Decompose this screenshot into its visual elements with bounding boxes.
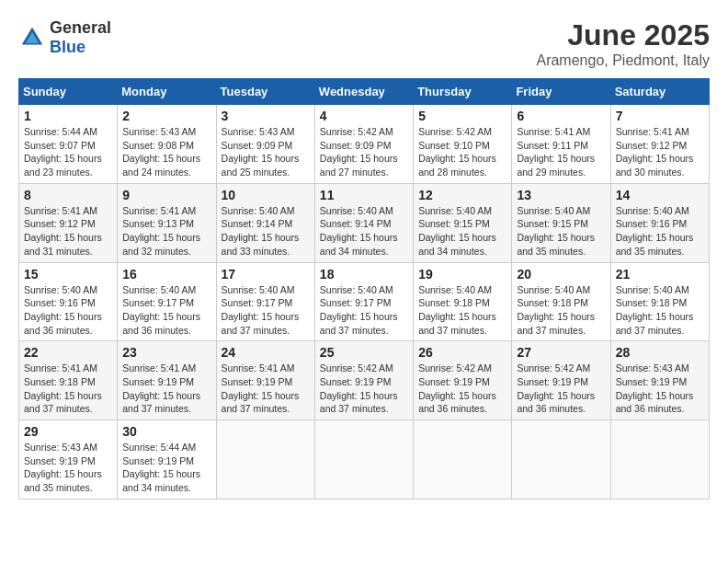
title-area: June 2025 Aramengo, Piedmont, Italy [536,18,710,69]
calendar-day-cell: 1 Sunrise: 5:44 AM Sunset: 9:07 PM Dayli… [19,105,118,184]
calendar-day-cell: 30 Sunrise: 5:44 AM Sunset: 9:19 PM Dayl… [118,420,216,500]
day-info: Sunrise: 5:40 AM Sunset: 9:14 PM Dayligh… [320,204,408,259]
month-year-title: June 2025 [536,18,710,52]
calendar-day-cell: 22 Sunrise: 5:41 AM Sunset: 9:18 PM Dayl… [19,341,118,420]
day-info: Sunrise: 5:41 AM Sunset: 9:19 PM Dayligh… [222,362,310,416]
calendar-day-cell: 2 Sunrise: 5:43 AM Sunset: 9:08 PM Dayli… [118,105,216,184]
day-info: Sunrise: 5:41 AM Sunset: 9:11 PM Dayligh… [517,125,605,179]
day-number: 16 [122,267,210,282]
day-number: 30 [122,424,210,439]
day-number: 17 [222,267,310,282]
day-number: 2 [122,109,210,123]
calendar-day-cell: 3 Sunrise: 5:43 AM Sunset: 9:09 PM Dayli… [216,105,314,184]
day-number: 8 [24,188,112,202]
calendar-week-row: 8 Sunrise: 5:41 AM Sunset: 9:12 PM Dayli… [19,183,710,262]
day-number: 11 [320,188,408,202]
calendar-day-cell: 29 Sunrise: 5:43 AM Sunset: 9:19 PM Dayl… [19,420,118,500]
weekday-header-row: SundayMondayTuesdayWednesdayThursdayFrid… [19,79,710,105]
day-info: Sunrise: 5:40 AM Sunset: 9:18 PM Dayligh… [418,283,506,338]
calendar-week-row: 22 Sunrise: 5:41 AM Sunset: 9:18 PM Dayl… [19,341,710,420]
weekday-header-cell: Sunday [19,79,118,105]
day-info: Sunrise: 5:40 AM Sunset: 9:14 PM Dayligh… [222,204,310,259]
day-info: Sunrise: 5:43 AM Sunset: 9:19 PM Dayligh… [616,362,704,416]
day-number: 3 [222,109,310,123]
calendar-day-cell: 12 Sunrise: 5:40 AM Sunset: 9:15 PM Dayl… [414,183,512,262]
logo: General Blue [18,18,111,57]
calendar-day-cell [216,420,314,500]
day-number: 23 [122,345,210,360]
calendar-day-cell: 28 Sunrise: 5:43 AM Sunset: 9:19 PM Dayl… [610,341,709,420]
day-number: 28 [616,345,704,360]
calendar-day-cell: 14 Sunrise: 5:40 AM Sunset: 9:16 PM Dayl… [610,183,709,262]
calendar-day-cell: 16 Sunrise: 5:40 AM Sunset: 9:17 PM Dayl… [118,262,216,341]
day-info: Sunrise: 5:41 AM Sunset: 9:19 PM Dayligh… [122,362,210,416]
day-number: 12 [418,188,506,202]
calendar-day-cell: 10 Sunrise: 5:40 AM Sunset: 9:14 PM Dayl… [216,183,314,262]
calendar-day-cell: 15 Sunrise: 5:40 AM Sunset: 9:16 PM Dayl… [19,262,118,341]
day-info: Sunrise: 5:40 AM Sunset: 9:15 PM Dayligh… [418,204,506,259]
day-number: 9 [122,188,210,202]
day-number: 27 [517,345,605,360]
day-number: 26 [418,345,506,360]
day-number: 4 [320,109,408,123]
calendar-day-cell: 8 Sunrise: 5:41 AM Sunset: 9:12 PM Dayli… [19,183,118,262]
day-info: Sunrise: 5:43 AM Sunset: 9:08 PM Dayligh… [122,125,210,179]
day-number: 19 [418,267,506,282]
day-number: 7 [616,109,704,123]
day-info: Sunrise: 5:41 AM Sunset: 9:13 PM Dayligh… [122,204,210,259]
calendar-day-cell: 25 Sunrise: 5:42 AM Sunset: 9:19 PM Dayl… [314,341,413,420]
calendar-day-cell: 23 Sunrise: 5:41 AM Sunset: 9:19 PM Dayl… [118,341,216,420]
weekday-header-cell: Tuesday [216,79,314,105]
day-info: Sunrise: 5:42 AM Sunset: 9:19 PM Dayligh… [418,362,506,416]
calendar-day-cell [512,420,610,500]
day-number: 13 [517,188,605,202]
day-number: 20 [517,267,605,282]
calendar-day-cell: 18 Sunrise: 5:40 AM Sunset: 9:17 PM Dayl… [314,262,413,341]
day-info: Sunrise: 5:40 AM Sunset: 9:18 PM Dayligh… [517,283,605,338]
calendar-day-cell: 13 Sunrise: 5:40 AM Sunset: 9:15 PM Dayl… [512,183,610,262]
calendar-body: 1 Sunrise: 5:44 AM Sunset: 9:07 PM Dayli… [19,105,710,500]
calendar-day-cell [610,420,709,500]
day-info: Sunrise: 5:42 AM Sunset: 9:10 PM Dayligh… [418,125,506,179]
day-info: Sunrise: 5:42 AM Sunset: 9:19 PM Dayligh… [517,362,605,416]
day-number: 29 [24,424,112,439]
day-info: Sunrise: 5:40 AM Sunset: 9:17 PM Dayligh… [122,283,210,338]
weekday-header-cell: Friday [512,79,610,105]
day-info: Sunrise: 5:40 AM Sunset: 9:15 PM Dayligh… [517,204,605,259]
calendar-day-cell [414,420,512,500]
day-number: 14 [616,188,704,202]
header: General Blue June 2025 Aramengo, Piedmon… [18,18,710,69]
location-title: Aramengo, Piedmont, Italy [536,52,710,69]
day-info: Sunrise: 5:43 AM Sunset: 9:09 PM Dayligh… [222,125,310,179]
day-info: Sunrise: 5:41 AM Sunset: 9:18 PM Dayligh… [24,362,112,416]
calendar-week-row: 29 Sunrise: 5:43 AM Sunset: 9:19 PM Dayl… [19,420,710,500]
day-info: Sunrise: 5:40 AM Sunset: 9:17 PM Dayligh… [222,283,310,338]
day-number: 24 [222,345,310,360]
calendar-day-cell: 9 Sunrise: 5:41 AM Sunset: 9:13 PM Dayli… [118,183,216,262]
calendar-day-cell: 17 Sunrise: 5:40 AM Sunset: 9:17 PM Dayl… [216,262,314,341]
day-number: 1 [24,109,112,123]
calendar-day-cell: 19 Sunrise: 5:40 AM Sunset: 9:18 PM Dayl… [414,262,512,341]
day-info: Sunrise: 5:40 AM Sunset: 9:16 PM Dayligh… [24,283,112,338]
day-info: Sunrise: 5:42 AM Sunset: 9:09 PM Dayligh… [320,125,408,179]
calendar-day-cell: 4 Sunrise: 5:42 AM Sunset: 9:09 PM Dayli… [314,105,413,184]
calendar-week-row: 15 Sunrise: 5:40 AM Sunset: 9:16 PM Dayl… [19,262,710,341]
calendar-table: SundayMondayTuesdayWednesdayThursdayFrid… [18,78,710,500]
calendar-day-cell: 26 Sunrise: 5:42 AM Sunset: 9:19 PM Dayl… [414,341,512,420]
weekday-header-cell: Saturday [610,79,709,105]
calendar-day-cell: 6 Sunrise: 5:41 AM Sunset: 9:11 PM Dayli… [512,105,610,184]
day-info: Sunrise: 5:40 AM Sunset: 9:18 PM Dayligh… [616,283,704,338]
logo-blue-text: Blue [50,38,85,56]
day-info: Sunrise: 5:40 AM Sunset: 9:17 PM Dayligh… [320,283,408,338]
day-info: Sunrise: 5:41 AM Sunset: 9:12 PM Dayligh… [24,204,112,259]
day-info: Sunrise: 5:41 AM Sunset: 9:12 PM Dayligh… [616,125,704,179]
calendar-day-cell: 5 Sunrise: 5:42 AM Sunset: 9:10 PM Dayli… [414,105,512,184]
day-number: 18 [320,267,408,282]
calendar-day-cell: 20 Sunrise: 5:40 AM Sunset: 9:18 PM Dayl… [512,262,610,341]
day-number: 10 [222,188,310,202]
calendar-week-row: 1 Sunrise: 5:44 AM Sunset: 9:07 PM Dayli… [19,105,710,184]
weekday-header-cell: Wednesday [314,79,413,105]
calendar-day-cell [314,420,413,500]
day-number: 5 [418,109,506,123]
day-number: 22 [24,345,112,360]
